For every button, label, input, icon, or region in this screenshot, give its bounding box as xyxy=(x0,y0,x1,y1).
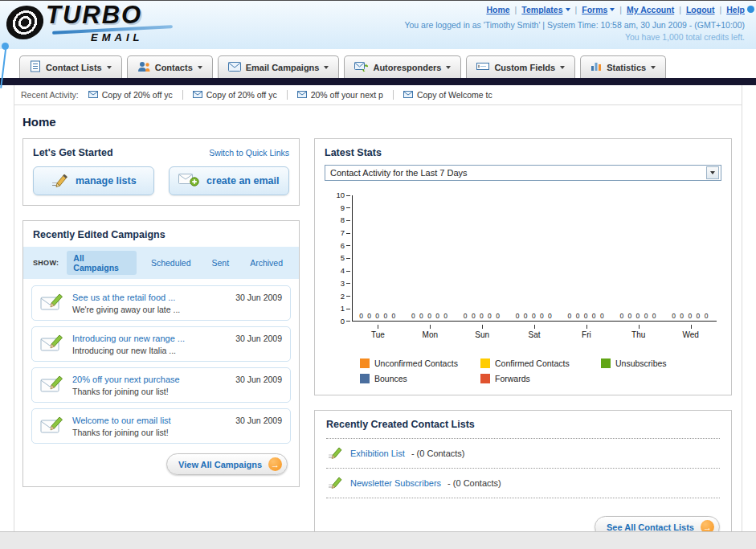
tab-label: Email Campaigns xyxy=(246,63,320,72)
contacts-icon xyxy=(137,60,150,74)
footer-strip xyxy=(0,531,756,549)
top-link-label: Logout xyxy=(686,5,715,14)
chevron-down-icon xyxy=(651,66,656,69)
top-link-my-account[interactable]: My Account xyxy=(627,5,674,14)
campaign-subtitle: Thanks for joining our list! xyxy=(72,428,227,437)
tab-email-campaigns[interactable]: Email Campaigns xyxy=(218,55,340,78)
tab-autoresponders[interactable]: Autoresponders xyxy=(344,55,461,78)
y-tick: 5 xyxy=(341,254,350,262)
decoration-antenna xyxy=(2,43,9,88)
contact-list-row[interactable]: Newsletter Subscribers - (0 Contacts) xyxy=(326,469,720,498)
recent-activity-item[interactable]: Copy of Welcome tc xyxy=(403,90,502,100)
top-link-home[interactable]: Home xyxy=(486,5,509,14)
get-started-panel: Let's Get Started Switch to Quick Links … xyxy=(22,138,300,206)
chevron-down-icon xyxy=(198,66,202,69)
envelope-plus-icon xyxy=(178,173,199,190)
login-info: You are logged in as 'Timothy Smith' | S… xyxy=(404,20,745,30)
contact-list-row[interactable]: Exhibition List - (0 Contacts) xyxy=(326,439,720,469)
top-link-label: Forms xyxy=(582,5,607,14)
legend-label: Unsubscribes xyxy=(615,358,667,368)
legend-swatch xyxy=(480,374,490,383)
contact-lists-icon xyxy=(30,60,41,74)
top-link-label: Help xyxy=(726,5,745,14)
contact-list-link[interactable]: Exhibition List xyxy=(350,449,405,458)
manage-lists-button[interactable]: manage lists xyxy=(33,166,154,195)
stats-period-select[interactable]: Contact Activity for the Last 7 Days xyxy=(325,165,721,181)
chevron-down-icon xyxy=(610,8,615,11)
x-tick-label: Sat xyxy=(509,330,561,339)
left-column: Let's Get Started Switch to Quick Links … xyxy=(22,138,300,487)
top-link-help[interactable]: Help xyxy=(726,5,745,14)
point-label-group: 0 0 0 0 0 xyxy=(352,312,404,320)
custom-fields-icon xyxy=(476,61,489,73)
contact-list-link[interactable]: Newsletter Subscribers xyxy=(350,478,441,488)
create-email-button[interactable]: create an email xyxy=(169,166,290,195)
top-nav: Home | Templates | Forms | My Account | … xyxy=(404,5,745,14)
activity-item-label: Copy of Welcome tc xyxy=(417,90,492,100)
tab-statistics[interactable]: Statistics xyxy=(580,55,666,78)
top-link-forms[interactable]: Forms xyxy=(582,5,615,14)
envelope-icon xyxy=(403,90,413,100)
tab-contacts[interactable]: Contacts xyxy=(127,55,213,78)
recent-activity-item[interactable]: Copy of 20% off yc xyxy=(193,90,288,100)
filter-tab-all-campaigns[interactable]: All Campaigns xyxy=(67,251,137,275)
chevron-down-icon xyxy=(324,66,329,69)
top-link-logout[interactable]: Logout xyxy=(686,5,715,14)
chart-y-axis: 10 9 8 7 6 5 4 3 2 1 0 xyxy=(325,191,350,326)
campaigns-panel-title: Recently Edited Campaigns xyxy=(23,221,299,247)
credits-info: You have 1,000 total credits left. xyxy=(404,32,745,42)
header: TURBO EMAIL Home | Templates | Forms | M… xyxy=(0,1,756,49)
campaign-row[interactable]: Welcome to our email list Thanks for joi… xyxy=(31,408,291,444)
chart-legend: Unconfirmed Contacts Confirmed Contacts … xyxy=(360,358,721,383)
main-content: Home Let's Get Started Switch to Quick L… xyxy=(14,105,742,549)
campaign-title-link[interactable]: 20% off your next purchase xyxy=(72,375,227,384)
tab-custom-fields[interactable]: Custom Fields xyxy=(466,55,575,78)
switch-quick-links-link[interactable]: Switch to Quick Links xyxy=(209,148,289,158)
campaign-title-link[interactable]: Introducing our new range ... xyxy=(72,334,227,343)
x-tick-label: Fri xyxy=(560,330,612,339)
campaign-row[interactable]: 20% off your next purchase Thanks for jo… xyxy=(31,367,291,403)
top-link-templates[interactable]: Templates xyxy=(521,5,570,14)
y-tick: 7 xyxy=(341,229,350,237)
filter-tab-scheduled[interactable]: Scheduled xyxy=(145,256,198,270)
app-logo[interactable]: TURBO EMAIL xyxy=(6,2,173,43)
recent-activity-item[interactable]: Copy of 20% off yc xyxy=(88,90,183,100)
chevron-down-icon xyxy=(560,66,565,69)
top-link-label: My Account xyxy=(627,5,674,14)
envelope-icon xyxy=(297,90,307,100)
point-label-group: 0 0 0 0 0 xyxy=(664,312,717,320)
view-all-campaigns-button[interactable]: View All Campaigns → xyxy=(166,453,288,475)
logo-text: TURBO EMAIL xyxy=(46,2,173,43)
separator: | xyxy=(575,5,578,14)
recent-activity-item[interactable]: 20% off your next p xyxy=(297,90,394,100)
app-window: TURBO EMAIL Home | Templates | Forms | M… xyxy=(0,0,756,549)
latest-stats-panel: Latest Stats Contact Activity for the La… xyxy=(314,138,732,395)
y-tick: 4 xyxy=(341,267,350,275)
latest-stats-title: Latest Stats xyxy=(325,147,721,158)
campaign-row[interactable]: Introducing our new range ... Introducin… xyxy=(31,326,291,362)
filter-tab-archived[interactable]: Archived xyxy=(243,256,289,270)
right-column: Latest Stats Contact Activity for the La… xyxy=(314,138,732,549)
y-tick: 3 xyxy=(341,280,350,288)
campaign-date: 30 Jun 2009 xyxy=(235,375,282,384)
decoration-antenna-line xyxy=(0,50,6,88)
pencil-icon xyxy=(51,172,68,191)
y-tick: 1 xyxy=(341,305,350,313)
see-all-contact-lists-label: See All Contact Lists xyxy=(607,522,694,532)
logo-subtitle: EMAIL xyxy=(91,33,173,43)
campaign-title-link[interactable]: Welcome to our email list xyxy=(72,416,227,425)
legend-item: Forwards xyxy=(480,374,601,383)
x-tick-label: Wed xyxy=(664,330,717,339)
show-label: SHOW: xyxy=(33,259,59,267)
legend-label: Confirmed Contacts xyxy=(495,358,570,368)
campaign-title-link[interactable]: See us at the retail food ... xyxy=(72,293,227,302)
legend-item: Unconfirmed Contacts xyxy=(360,358,480,368)
x-tick-label: Sun xyxy=(456,330,509,339)
tab-contact-lists[interactable]: Contact Lists xyxy=(19,55,122,78)
create-email-label: create an email xyxy=(206,175,279,186)
page-title: Home xyxy=(22,115,732,129)
header-right: Home | Templates | Forms | My Account | … xyxy=(404,5,745,42)
recent-activity-bar: Recent Activity: Copy of 20% off yc Copy… xyxy=(14,85,742,105)
campaign-row[interactable]: See us at the retail food ... We're givi… xyxy=(31,285,291,321)
filter-tab-sent[interactable]: Sent xyxy=(206,256,236,270)
